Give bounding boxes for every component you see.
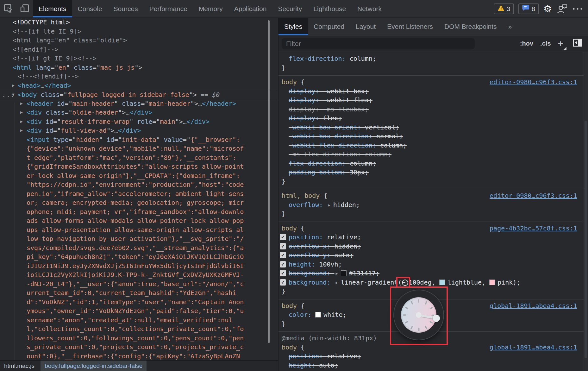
css-declaration[interactable]: ✓overflow-y: auto; [278, 251, 584, 260]
profile-button[interactable] [556, 4, 568, 14]
code-line[interactable]: llowers_count":0,"followings_count":0,"p… [0, 334, 278, 343]
warnings-badge[interactable]: 3 [494, 3, 514, 14]
chevron-down-icon[interactable]: ▼ [12, 90, 15, 99]
stylesheet-link[interactable]: global-1891…abea4.css:1 [490, 343, 577, 352]
tab-lighthouse[interactable]: Lighthouse [308, 0, 352, 17]
code-line[interactable]: ▶<div id="result-iframe-wrap" role="main… [0, 117, 278, 126]
css-declaration[interactable]: ✓position: relative; [278, 233, 584, 242]
color-swatch[interactable] [341, 270, 347, 276]
code-line[interactable]: er-lock allow-same-origin"},"__CPDATA":{… [0, 171, 278, 180]
code-line[interactable]: sername":"anon","created_at":null,"email… [0, 316, 278, 325]
code-line[interactable]: "https://cdpn.io","environment":"product… [0, 180, 278, 189]
css-declaration[interactable]: display: -webkit-flex; [278, 96, 584, 105]
styles-tab-styles[interactable]: Styles [278, 18, 308, 35]
code-line[interactable]: l,"collections_count":0,"collections_pri… [0, 324, 278, 334]
css-declaration[interactable]: ✓height: 100vh; [278, 260, 584, 269]
css-declaration[interactable]: height: auto; [278, 361, 584, 370]
messages-badge[interactable]: 8 [518, 3, 539, 14]
styles-tab-computed[interactable]: Computed [308, 18, 350, 35]
property-checkbox[interactable]: ✓ [280, 279, 286, 286]
code-line[interactable]: <!--<![endif]--> [0, 72, 278, 81]
code-line[interactable]: <input type="hidden" id="init-data" valu… [0, 135, 278, 144]
color-swatch[interactable] [315, 312, 321, 318]
code-line[interactable]: ▶<head>…</head> [0, 81, 278, 90]
chevron-right-icon[interactable]: ▶ [20, 117, 23, 126]
css-declaration[interactable]: flex-direction: column; [278, 159, 584, 168]
rule-selector[interactable]: html, body [282, 192, 320, 199]
code-line[interactable]: ▶<header id="main-header" class="main-he… [0, 99, 278, 108]
rule-selector[interactable]: body [282, 343, 297, 351]
code-line[interactable]: ...▼<body class="fullpage logged-in side… [0, 90, 278, 99]
code-line[interactable]: iJIUzI1NiJ9.eyJyZXNvdXJjZSI6ImFuYWx5dGlj… [0, 261, 278, 271]
toggle-device-toolbar-button[interactable] [16, 0, 33, 17]
code-line[interactable]: t edge","platform":"mac","version":"89"}… [0, 153, 278, 162]
styles-tab-dom-breakpoints[interactable]: DOM Breakpoints [439, 18, 503, 35]
rule-selector[interactable]: body [282, 78, 297, 86]
code-line[interactable]: ads allow-forms allow-modals allow-point… [0, 216, 278, 225]
expand-arrow-icon[interactable]: ▶ [328, 201, 330, 210]
css-declaration[interactable]: -webkit-box-direction: normal; [278, 132, 584, 141]
styles-tab-event-listeners[interactable]: Event Listeners [381, 18, 439, 35]
tab-elements[interactable]: Elements [33, 0, 72, 17]
breadcrumb-item[interactable]: html.mac.js [0, 361, 39, 371]
stylesheet-link[interactable]: editor-0980…c96f3.css:1 [490, 191, 577, 200]
more-options-button[interactable] [572, 7, 583, 10]
css-declaration[interactable]: padding-bottom: 30px; [278, 168, 584, 177]
code-line[interactable]: s_private_count":0,"projects_count":0,"p… [0, 343, 278, 352]
color-swatch[interactable] [489, 280, 495, 285]
css-declaration[interactable]: ✓overflow-x: hidden; [278, 242, 584, 251]
chevron-right-icon[interactable]: ▶ [20, 126, 23, 135]
property-checkbox[interactable]: ✓ [280, 261, 286, 267]
inspect-element-button[interactable] [0, 0, 16, 17]
tab-sources[interactable]: Sources [108, 0, 144, 17]
code-line[interactable]: d":"VoDkNZ","id":1,"itemType":"user","na… [0, 298, 278, 307]
property-checkbox[interactable]: ✓ [280, 234, 286, 240]
new-style-rule-button[interactable]: + [558, 39, 566, 48]
angle-swatch-clock-icon[interactable] [402, 280, 408, 286]
code-line[interactable]: ▶<div id="full-view-ad">…</div> [0, 126, 278, 135]
code-line[interactable]: pen.io","iframe_allow":"accelerometer; a… [0, 189, 278, 198]
css-declaration[interactable]: -webkit-flex-direction: column; [278, 141, 584, 150]
code-line[interactable]: <html lang="en" class="oldie"> [0, 36, 278, 45]
css-declaration[interactable]: ✓background: ▶linear-gradient(100deg, li… [278, 278, 584, 287]
css-declaration[interactable]: ✓background: ▶#131417; [278, 269, 584, 278]
css-declaration[interactable]: display: -ms-flexbox; [278, 105, 584, 114]
toggle-sidebar-button[interactable] [573, 38, 582, 49]
code-line[interactable]: <html lang="en" class="mac js js"> [0, 63, 278, 72]
code-line[interactable]: {"gridIframeSandboxAttributes":"allow-sc… [0, 162, 278, 171]
filter-input[interactable] [282, 38, 475, 49]
css-declaration[interactable]: display: flex; [278, 114, 584, 123]
styles-tab-x[interactable]: » [503, 18, 518, 35]
property-checkbox[interactable]: ✓ [280, 243, 286, 249]
toggle-class-button[interactable]: .cls [540, 40, 551, 47]
tab-application[interactable]: Application [228, 0, 272, 17]
elements-scrollbar[interactable] [268, 20, 270, 343]
code-line[interactable]: svgs/compiled/svgs.dee7eb02.svg","__stre… [0, 243, 278, 253]
css-declaration[interactable]: position: relative; [278, 352, 584, 361]
chevron-right-icon[interactable]: ▶ [12, 81, 15, 90]
chevron-right-icon[interactable]: ▶ [20, 99, 23, 108]
expand-arrow-icon[interactable]: ▶ [336, 278, 338, 287]
breadcrumb-item[interactable]: body.fullpage.logged-in.sidebar-false [41, 361, 147, 371]
code-line[interactable]: <!--[if gt IE 9]><!--> [0, 54, 278, 63]
code-line[interactable]: pi_key":"64puhuch8n2j","token":"eyJ0eXAi… [0, 252, 278, 261]
code-line[interactable]: -dNJ-20_t4"},"__user":{"anon":true,"base… [0, 280, 278, 289]
code-line[interactable]: <!DOCTYPE html> [0, 18, 278, 27]
css-declaration[interactable]: display: -webkit-box; [278, 87, 584, 96]
chevron-right-icon[interactable]: ▶ [20, 108, 23, 117]
stylesheet-link[interactable]: global-1891…abea4.css:1 [490, 301, 577, 311]
code-line[interactable]: urrent_team_id":0,"current_team_hashid":… [0, 288, 278, 298]
code-line[interactable]: ymous","owner_id":"VoDkNZYdEzGn","paid":… [0, 306, 278, 316]
styles-scrollbar[interactable] [585, 121, 587, 358]
property-checkbox[interactable]: ✓ [280, 252, 286, 258]
code-line[interactable]: ophone; midi; payment; vr","iframe_sandb… [0, 207, 278, 217]
css-declaration[interactable]: -ms-flex-direction: column; [278, 150, 584, 159]
expand-arrow-icon[interactable]: ▶ [336, 269, 338, 278]
color-swatch[interactable] [439, 280, 445, 285]
tab-performance[interactable]: Performance [144, 0, 193, 17]
code-line[interactable]: {"device":"unknown_device","mobile":null… [0, 144, 278, 153]
tab-memory[interactable]: Memory [193, 0, 228, 17]
code-line[interactable]: or; camera; encrypted-media; geolocation… [0, 198, 278, 207]
toggle-hover-state-button[interactable]: :hov [520, 40, 533, 47]
tab-network[interactable]: Network [352, 0, 387, 17]
